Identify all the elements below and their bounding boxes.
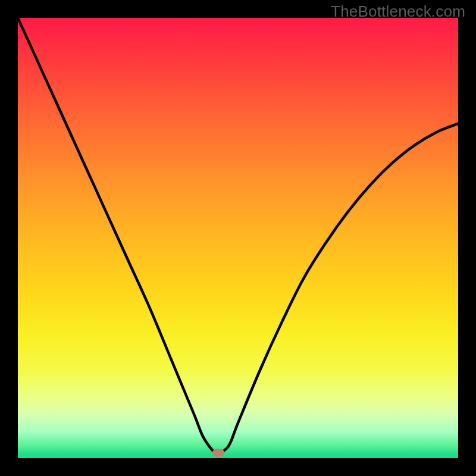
chart-frame: TheBottleneck.com — [0, 0, 476, 476]
optimum-marker — [212, 449, 224, 457]
plot-area — [18, 18, 458, 458]
bottleneck-curve — [18, 18, 458, 458]
